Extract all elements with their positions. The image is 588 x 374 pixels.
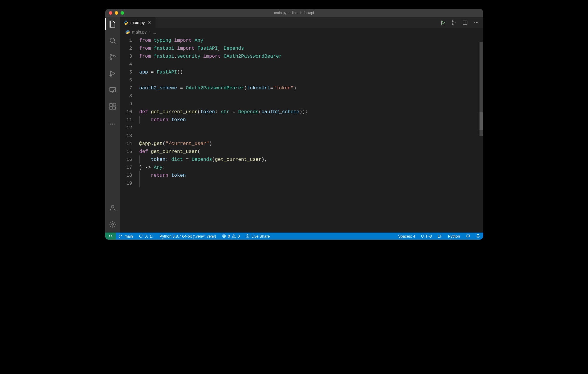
- line-number: 9: [120, 100, 132, 108]
- search-icon[interactable]: [108, 36, 117, 45]
- settings-gear-icon[interactable]: [108, 220, 117, 228]
- code-line[interactable]: from fastapi.security import OAuth2Passw…: [138, 52, 483, 60]
- code-line[interactable]: from typing import Any: [138, 36, 483, 44]
- python-file-icon: [125, 30, 130, 34]
- status-branch[interactable]: main: [116, 233, 136, 240]
- tab-main-py[interactable]: main.py ×: [120, 17, 156, 28]
- tabs-row: main.py ×: [120, 17, 483, 28]
- line-number: 3: [120, 52, 132, 60]
- code-line[interactable]: return token: [138, 116, 483, 124]
- run-debug-icon[interactable]: [108, 69, 117, 78]
- line-number: 2: [120, 44, 132, 52]
- line-number-gutter: 12345678910111213141516171819: [120, 36, 138, 233]
- svg-point-20: [476, 22, 476, 23]
- status-liveshare[interactable]: Live Share: [243, 233, 273, 240]
- svg-point-0: [110, 38, 114, 42]
- remote-explorer-icon[interactable]: [108, 86, 117, 94]
- code-editor[interactable]: 12345678910111213141516171819 from typin…: [120, 36, 483, 233]
- code-line[interactable]: def get_current_user(: [138, 148, 483, 156]
- code-line[interactable]: oauth2_scheme = OAuth2PasswordBearer(tok…: [138, 84, 483, 92]
- minimap[interactable]: [478, 36, 483, 233]
- editor-group: main.py ×: [120, 17, 483, 233]
- titlebar: main.py — fintech-fastapi: [105, 9, 483, 17]
- breadcrumb-rest: ...: [153, 30, 156, 34]
- line-number: 6: [120, 76, 132, 84]
- line-number: 17: [120, 163, 132, 171]
- svg-point-1: [110, 54, 111, 56]
- minimap-slider[interactable]: [480, 112, 483, 130]
- tab-label: main.py: [131, 20, 145, 25]
- split-editor-icon[interactable]: [462, 20, 468, 25]
- breadcrumb-file: main.py: [132, 30, 147, 34]
- svg-point-22: [119, 235, 120, 235]
- svg-point-16: [452, 21, 453, 22]
- code-content[interactable]: from typing import Anyfrom fastapi impor…: [138, 36, 483, 233]
- line-number: 19: [120, 179, 132, 187]
- editor-actions: [440, 17, 483, 28]
- svg-point-3: [113, 56, 115, 57]
- line-number: 11: [120, 116, 132, 124]
- status-spaces[interactable]: Spaces: 4: [395, 233, 418, 240]
- extensions-icon[interactable]: [108, 102, 117, 111]
- accounts-icon[interactable]: [108, 204, 117, 212]
- code-line[interactable]: app = FastAPI(): [138, 68, 483, 76]
- status-language[interactable]: Python: [445, 233, 463, 240]
- code-line[interactable]: [138, 132, 483, 140]
- close-window-button[interactable]: [109, 11, 112, 15]
- svg-point-11: [110, 123, 111, 124]
- svg-point-21: [477, 22, 478, 23]
- minimize-window-button[interactable]: [115, 11, 118, 15]
- line-number: 8: [120, 92, 132, 100]
- explorer-icon[interactable]: [108, 20, 117, 28]
- svg-point-2: [110, 58, 111, 60]
- svg-point-19: [474, 22, 475, 23]
- more-actions-icon[interactable]: [474, 20, 479, 25]
- code-line[interactable]: [138, 76, 483, 84]
- status-problems[interactable]: 0 0: [219, 233, 243, 240]
- code-line[interactable]: [138, 179, 483, 187]
- status-sync[interactable]: 0↓ 1↑: [136, 233, 157, 240]
- line-number: 18: [120, 171, 132, 179]
- svg-rect-10: [113, 103, 116, 106]
- line-number: 16: [120, 156, 132, 163]
- svg-point-23: [119, 237, 120, 237]
- source-control-icon[interactable]: [108, 53, 117, 61]
- line-number: 1: [120, 36, 132, 44]
- line-number: 15: [120, 148, 132, 156]
- line-number: 12: [120, 124, 132, 132]
- code-line[interactable]: def get_current_user(token: str = Depend…: [138, 108, 483, 116]
- code-line[interactable]: return token: [138, 171, 483, 179]
- svg-point-24: [121, 235, 122, 236]
- line-number: 5: [120, 68, 132, 76]
- status-bar: main 0↓ 1↑ Python 3.8.7 64-bit ('.venv':…: [105, 233, 483, 240]
- line-number: 14: [120, 140, 132, 148]
- code-line[interactable]: [138, 60, 483, 68]
- vscode-window: main.py — fintech-fastapi: [105, 9, 483, 240]
- code-line[interactable]: [138, 124, 483, 132]
- svg-point-15: [111, 223, 113, 226]
- svg-rect-8: [110, 107, 112, 109]
- status-eol[interactable]: LF: [435, 233, 445, 240]
- status-python-interpreter[interactable]: Python 3.8.7 64-bit ('.venv': venv): [157, 233, 219, 240]
- compare-changes-icon[interactable]: [451, 20, 457, 25]
- maximize-window-button[interactable]: [121, 11, 124, 15]
- code-line[interactable]: [138, 100, 483, 108]
- status-feedback-icon[interactable]: [463, 233, 473, 240]
- run-button[interactable]: [440, 20, 445, 25]
- code-line[interactable]: [138, 92, 483, 100]
- code-line[interactable]: from fastapi import FastAPI, Depends: [138, 44, 483, 52]
- line-number: 10: [120, 108, 132, 116]
- breadcrumbs[interactable]: main.py › ...: [120, 28, 483, 36]
- status-notifications-icon[interactable]: [473, 233, 483, 240]
- code-line[interactable]: @app.get("/current_user"): [138, 140, 483, 148]
- status-encoding[interactable]: UTF-8: [418, 233, 435, 240]
- activity-bar: [105, 17, 120, 233]
- code-line[interactable]: ) -> Any:: [138, 163, 483, 171]
- svg-point-13: [114, 123, 115, 124]
- svg-rect-7: [110, 103, 112, 106]
- remote-indicator[interactable]: [105, 233, 116, 240]
- close-tab-icon[interactable]: ×: [147, 20, 152, 25]
- line-number: 13: [120, 132, 132, 140]
- more-icon[interactable]: [108, 120, 117, 128]
- code-line[interactable]: token: dict = Depends(get_current_user),: [138, 156, 483, 163]
